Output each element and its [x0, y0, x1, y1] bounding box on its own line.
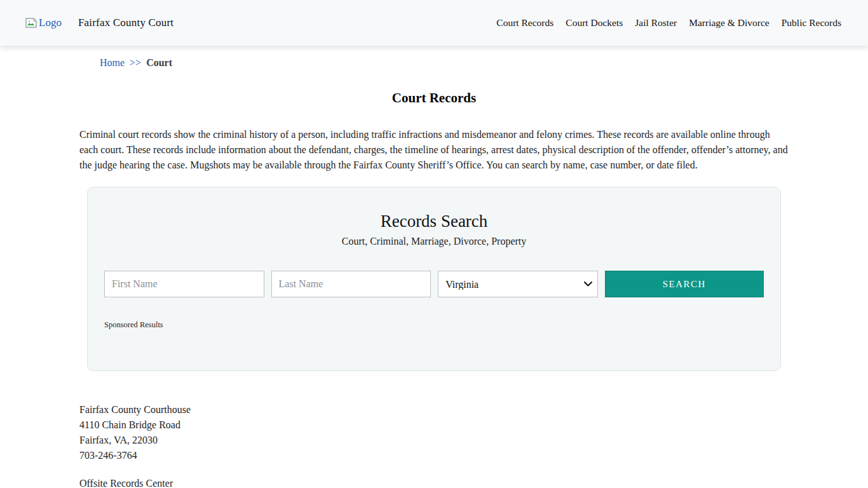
- breadcrumb-current: Court: [146, 57, 172, 68]
- main-content: Court Records Criminal court records sho…: [79, 90, 789, 488]
- breadcrumb-separator: >>: [130, 57, 141, 68]
- intro-paragraph: Criminal court records show the criminal…: [79, 127, 789, 173]
- nav-public-records[interactable]: Public Records: [782, 17, 841, 29]
- nav-marriage-divorce[interactable]: Marriage & Divorce: [689, 17, 770, 29]
- search-form: Virginia SEARCH: [104, 271, 764, 297]
- sponsored-results-label: Sponsored Results: [104, 320, 764, 330]
- footer-address-street: 4110 Chain Bridge Road: [79, 417, 789, 433]
- state-select[interactable]: Virginia: [438, 271, 597, 297]
- nav-court-dockets[interactable]: Court Dockets: [566, 17, 623, 29]
- records-search-card: Records Search Court, Criminal, Marriage…: [87, 187, 781, 371]
- records-search-subtitle: Court, Criminal, Marriage, Divorce, Prop…: [104, 236, 764, 247]
- footer-courthouse-name: Fairfax County Courthouse: [79, 402, 789, 417]
- logo-alt-text: Logo: [39, 17, 62, 29]
- search-button[interactable]: SEARCH: [605, 271, 764, 297]
- last-name-input[interactable]: [271, 271, 431, 297]
- footer-phone: 703-246-3764: [79, 448, 789, 463]
- main-nav: Court Records Court Dockets Jail Roster …: [496, 17, 841, 29]
- breadcrumb-home-link[interactable]: Home: [100, 57, 125, 68]
- nav-court-records[interactable]: Court Records: [496, 17, 553, 29]
- nav-jail-roster[interactable]: Jail Roster: [635, 17, 677, 29]
- footer-address-city: Fairfax, VA, 22030: [79, 433, 789, 448]
- page-title: Court Records: [79, 90, 789, 106]
- footer-offsite-label: Offsite Records Center: [79, 476, 789, 488]
- records-search-title: Records Search: [104, 212, 764, 231]
- logo-link[interactable]: Logo: [25, 17, 62, 29]
- site-header: Logo Fairfax County Court Court Records …: [0, 0, 868, 46]
- site-title: Fairfax County Court: [78, 17, 173, 29]
- first-name-input[interactable]: [104, 271, 264, 297]
- state-select-wrap: Virginia: [438, 271, 597, 297]
- breadcrumb: Home>>Court: [100, 57, 868, 69]
- footer-contact: Fairfax County Courthouse 4110 Chain Bri…: [79, 402, 789, 488]
- broken-image-icon: [25, 18, 37, 28]
